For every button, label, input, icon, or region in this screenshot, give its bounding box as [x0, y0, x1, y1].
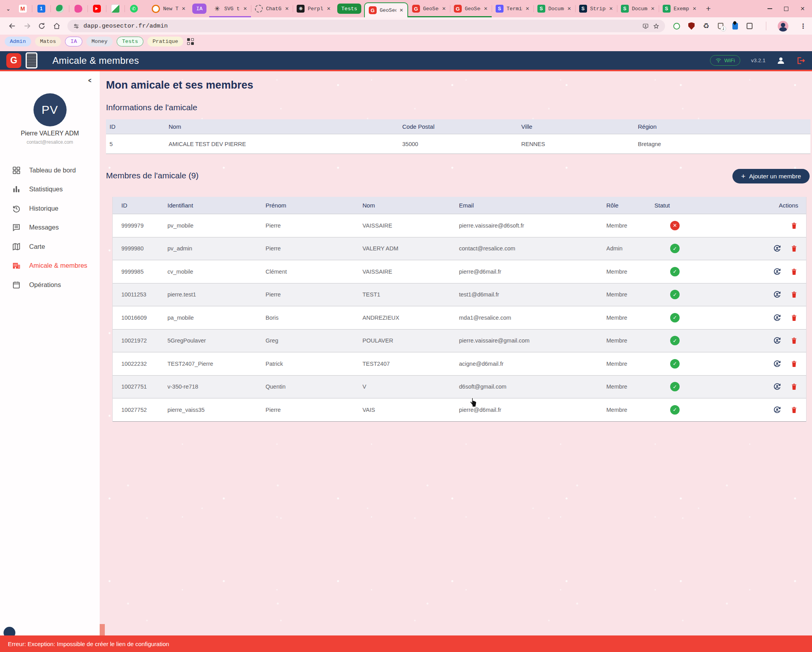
user-account-icon[interactable]	[776, 56, 786, 65]
add-member-button[interactable]: + Ajouter un membre	[732, 169, 810, 183]
tab-close-icon[interactable]: ✕	[609, 6, 613, 11]
extension-green-icon[interactable]	[673, 22, 681, 30]
tab-docume[interactable]: SDocume✕	[617, 0, 659, 17]
new-tab-button[interactable]: +	[706, 4, 711, 13]
tab-close-icon[interactable]: ✕	[651, 6, 655, 11]
tab-close-icon[interactable]: ✕	[399, 7, 403, 13]
impersonate-icon[interactable]	[773, 244, 781, 253]
tab-search-caret-icon[interactable]: ⌄	[3, 4, 13, 14]
home-button[interactable]	[50, 19, 63, 33]
sidebar-collapse-icon[interactable]: <	[88, 77, 91, 85]
extension-shield-icon[interactable]	[688, 22, 695, 30]
install-app-icon[interactable]	[642, 23, 649, 30]
impersonate-icon[interactable]	[773, 313, 781, 322]
tab-close-icon[interactable]: ✕	[243, 6, 247, 11]
delete-icon[interactable]	[790, 382, 798, 391]
pinned-tab-whatsapp[interactable]: ✆	[124, 0, 143, 17]
bookmark-tests[interactable]: Tests	[117, 37, 144, 46]
sidebar-item-historique[interactable]: Historique	[0, 199, 100, 218]
pinned-tab-mate[interactable]	[50, 0, 69, 17]
delete-icon[interactable]	[790, 313, 798, 322]
scrollbar-thumb[interactable]	[100, 624, 105, 635]
browser-menu-icon[interactable]: ⋮	[800, 22, 806, 30]
bookmark-matos[interactable]: Matos	[35, 37, 61, 46]
window-close-button[interactable]: ✕	[800, 6, 805, 12]
member-id: 10021972	[121, 337, 167, 344]
delete-icon[interactable]	[790, 267, 798, 276]
back-button[interactable]	[6, 19, 19, 33]
impersonate-icon[interactable]	[773, 290, 781, 299]
url-text[interactable]: dapp.geosector.fr/admin	[84, 22, 168, 30]
impersonate-icon[interactable]	[773, 359, 781, 368]
tab-close-icon[interactable]: ✕	[442, 6, 446, 11]
tab-geosec[interactable]: GGeoSec✕	[408, 0, 450, 17]
bookmark-money[interactable]: Money	[86, 37, 113, 46]
pinned-tab-gmail[interactable]: M	[13, 0, 32, 17]
tab-chatgp[interactable]: ChatGP✕	[251, 0, 293, 17]
tab-close-icon[interactable]: ✕	[327, 6, 331, 11]
tab-close-icon[interactable]: ✕	[693, 6, 697, 11]
extensions-menu-icon[interactable]	[746, 22, 754, 30]
status-active-icon: ✓	[670, 244, 680, 253]
delete-icon[interactable]	[790, 359, 798, 368]
bookmark-pratique[interactable]: Pratique	[147, 37, 183, 46]
extension-pen-icon[interactable]	[731, 22, 739, 30]
tab-close-icon[interactable]: ✕	[182, 6, 186, 11]
impersonate-icon[interactable]	[773, 267, 781, 276]
pinned-tab-pink-app[interactable]	[69, 0, 87, 17]
tab-group-tests[interactable]: Tests	[337, 4, 361, 14]
site-info-icon[interactable]	[73, 23, 80, 30]
tab-close-icon[interactable]: ✕	[484, 6, 488, 11]
member-actions	[767, 244, 806, 253]
delete-icon[interactable]	[790, 336, 798, 345]
tab-docume[interactable]: SDocume✕	[533, 0, 575, 17]
tab-close-icon[interactable]: ✕	[285, 6, 289, 11]
logout-icon[interactable]	[796, 56, 806, 65]
info-cell: 5	[110, 141, 169, 147]
delete-icon[interactable]	[790, 406, 798, 414]
tab-stripe[interactable]: SStripe✕	[575, 0, 617, 17]
tab-geosec[interactable]: GGeoSec✕	[450, 0, 492, 17]
pinned-tab-calendar[interactable]: 1	[32, 0, 50, 17]
sidebar-item-op-rations[interactable]: Opérations	[0, 275, 100, 295]
bookmark-ia[interactable]: IA	[65, 37, 82, 46]
member-identifiant: pv_admin	[167, 245, 266, 252]
delete-icon[interactable]	[790, 221, 798, 230]
address-bar[interactable]: dapp.geosector.fr/admin	[67, 20, 665, 32]
pinned-tab-youtube[interactable]	[87, 0, 106, 17]
tab-geosec[interactable]: GGeoSec✕	[364, 2, 408, 17]
impersonate-icon[interactable]	[773, 406, 781, 414]
sidebar-item-statistiques[interactable]: Statistiques	[0, 180, 100, 199]
tab-exempl[interactable]: SExempl✕	[659, 0, 701, 17]
sidebar-item-messages[interactable]: Messages	[0, 218, 100, 237]
tab-new-ta[interactable]: New Ta✕	[148, 0, 190, 17]
forward-button[interactable]	[20, 19, 34, 33]
bookmark-star-icon[interactable]	[653, 23, 660, 30]
app-logo-icon[interactable]: G	[6, 53, 21, 68]
extension-recycle-icon[interactable]: ♻	[702, 22, 710, 30]
tab-close-icon[interactable]: ✕	[567, 6, 571, 11]
impersonate-icon[interactable]	[773, 336, 781, 345]
delete-icon[interactable]	[790, 244, 798, 253]
tab-close-icon[interactable]: ✕	[526, 6, 530, 11]
extension-tag-icon[interactable]: 1	[717, 22, 725, 30]
member-id: 10022232	[121, 361, 167, 367]
tab-items: New Ta✕IA✳SVG to✕ChatGP✕❋Perple✕TestsGGe…	[148, 0, 701, 17]
tab-group-ia[interactable]: IA	[192, 4, 206, 14]
wifi-icon	[715, 58, 721, 63]
sidebar-item-carte[interactable]: Carte	[0, 237, 100, 256]
delete-icon[interactable]	[790, 290, 798, 299]
sidebar-item-amicale-membres[interactable]: Amicale & membres	[0, 256, 100, 276]
pinned-tab-photos[interactable]	[106, 0, 124, 17]
tab-termin[interactable]: STermin✕	[492, 0, 533, 17]
tab-perple[interactable]: ❋Perple✕	[293, 0, 334, 17]
impersonate-icon[interactable]	[773, 382, 781, 391]
tab-groups-icon[interactable]	[187, 38, 194, 45]
sidebar-item-tableau-de-bord[interactable]: Tableau de bord	[0, 161, 100, 180]
tab-svg-to[interactable]: ✳SVG to✕	[209, 0, 251, 17]
reload-button[interactable]	[35, 19, 48, 33]
bookmark-admin[interactable]: Admin	[5, 37, 31, 46]
profile-avatar[interactable]	[778, 21, 788, 31]
window-minimize-button[interactable]	[767, 8, 772, 9]
window-maximize-button[interactable]	[784, 7, 788, 11]
